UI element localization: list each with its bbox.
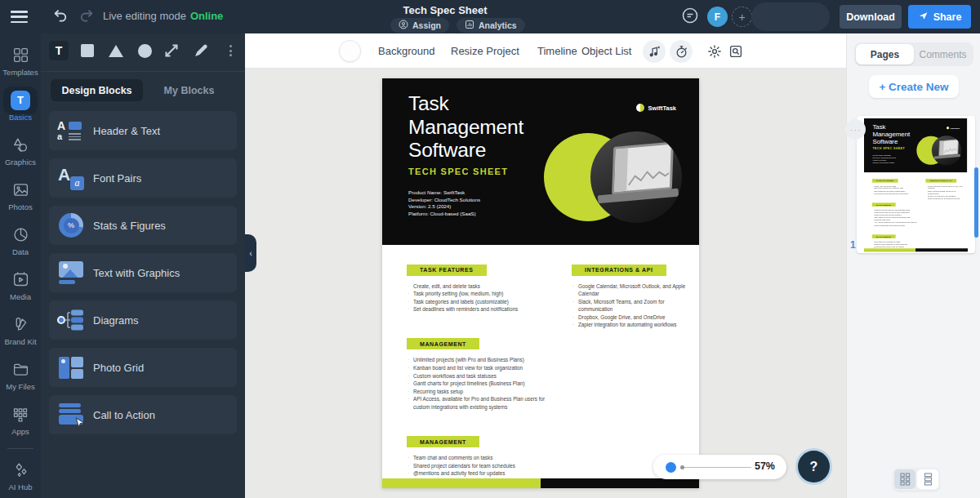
sidebar-item-brand-kit[interactable]: Brand Kit: [0, 308, 41, 353]
tab-my-blocks[interactable]: My Blocks: [143, 79, 235, 101]
design-page[interactable]: SwiftTaskTaskManagementSoftwareTECH SPEC…: [382, 78, 699, 488]
tab-comments[interactable]: Comments: [914, 44, 972, 64]
timeline-button[interactable]: Timeline: [537, 33, 577, 69]
text-tool-button[interactable]: T: [47, 39, 70, 62]
sidebar-item-label: Apps: [11, 427, 29, 436]
tab-pages[interactable]: Pages: [856, 44, 914, 64]
sidebar-item-media[interactable]: Media: [0, 263, 41, 308]
doc-subtitle[interactable]: TECH SPEC SHEET: [408, 167, 508, 176]
sidebar-item-basics[interactable]: TBasics: [0, 83, 41, 128]
circle-shape-button[interactable]: [133, 39, 156, 62]
sidebar-item-photos[interactable]: Photos: [0, 173, 41, 218]
page-options-icon[interactable]: ···: [845, 119, 866, 140]
design-block-call-to-action[interactable]: Call to Action: [49, 395, 237, 434]
design-block-font-pairs[interactable]: AaFont Pairs: [49, 158, 237, 198]
user-avatar[interactable]: F: [707, 7, 728, 27]
draw-tool-button[interactable]: [189, 39, 212, 62]
sidebar-item-ai-hub[interactable]: AI Hub: [0, 453, 41, 498]
call-to-action-icon: [49, 403, 93, 426]
my-files-icon: [12, 360, 29, 380]
help-button[interactable]: ?: [798, 451, 830, 482]
background-color-swatch[interactable]: [339, 40, 361, 62]
sidebar-item-templates[interactable]: Templates: [0, 38, 41, 83]
photo-grid-icon: [49, 357, 93, 379]
design-block-header-text[interactable]: AaHeader & Text: [49, 111, 237, 150]
redo-icon[interactable]: [78, 7, 95, 27]
object-list-button[interactable]: Object List: [581, 33, 631, 69]
analytics-button[interactable]: Analytics: [457, 18, 525, 33]
page-thumbnail[interactable]: SwiftTaskTaskManagementSoftwareTECH SPEC…: [857, 116, 975, 253]
basics-icon: T: [11, 91, 30, 110]
list-view-button[interactable]: [917, 469, 938, 489]
canvas-area[interactable]: ‹ SwiftTaskTaskManagementSoftwareTECH SP…: [245, 69, 846, 498]
section-heading[interactable]: INTEGRATIONS & API: [572, 265, 666, 276]
design-block-photo-grid[interactable]: Photo Grid: [49, 348, 237, 387]
tab-design-blocks[interactable]: Design Blocks: [51, 79, 143, 101]
add-music-icon[interactable]: [643, 40, 666, 63]
doc-column-left: TASK FEATURESCreate, edit, and delete ta…: [872, 177, 920, 253]
doc-header: SwiftTaskTaskManagementSoftwareTECH SPEC…: [864, 118, 967, 172]
download-button[interactable]: Download: [840, 5, 902, 29]
sidebar-divider: [7, 448, 33, 449]
undo-icon[interactable]: [52, 7, 69, 27]
section-bullets[interactable]: Google Calendar, Microsoft Outlook, and …: [572, 282, 686, 330]
timer-icon[interactable]: [670, 40, 693, 63]
product-photo: [932, 136, 961, 165]
sidebar-item-my-files[interactable]: My Files: [0, 353, 41, 398]
blocks-tabs: Design BlocksMy Blocks: [51, 79, 235, 101]
topbar: Live editing modeOnline Tech Spec Sheet …: [0, 0, 980, 33]
design-block-diagrams[interactable]: Diagrams: [49, 300, 237, 340]
pages-tabs: PagesComments: [854, 42, 973, 66]
zoom-slider-track[interactable]: [681, 467, 751, 469]
photos-icon: [12, 180, 29, 200]
comments-icon[interactable]: [680, 6, 702, 27]
section-heading: MANAGEMENT: [872, 202, 896, 207]
section-heading[interactable]: TASK FEATURES: [407, 265, 487, 276]
sidebar-item-apps[interactable]: Apps: [0, 398, 41, 442]
design-blocks-list: AaHeader & TextAaFont Pairs%Stats & Figu…: [49, 111, 237, 434]
pages-scrollbar[interactable]: [974, 167, 978, 238]
zoom-slider-handle[interactable]: [666, 462, 676, 473]
page-thumbnail-preview: SwiftTaskTaskManagementSoftwareTECH SPEC…: [864, 118, 967, 251]
line-tool-button[interactable]: [160, 39, 183, 62]
brand-logo: SwiftTask: [636, 104, 676, 112]
brand-kit-icon: [12, 315, 29, 335]
doc-column-left: TASK FEATURESCreate, edit, and delete ta…: [407, 260, 555, 498]
doc-meta: Product Name: SwiftTaskDeveloper: CloudT…: [872, 154, 896, 163]
preview-frame-icon[interactable]: [728, 44, 743, 59]
brand-name: SwiftTask: [648, 104, 676, 112]
add-collaborator-button[interactable]: +: [732, 7, 752, 27]
share-button[interactable]: Share: [908, 5, 971, 29]
assign-button[interactable]: Assign: [390, 18, 449, 33]
stats-figures-icon: %: [49, 213, 93, 238]
create-new-page-button[interactable]: + Create New: [869, 75, 959, 98]
menu-icon[interactable]: [11, 11, 28, 23]
doc-column-right: INTEGRATIONS & APIGoogle Calendar, Micro…: [925, 177, 963, 207]
panel-collapse-chevron-icon[interactable]: ‹: [245, 234, 256, 272]
grid-view-button[interactable]: [894, 469, 915, 489]
section-heading[interactable]: MANAGEMENT: [407, 338, 479, 349]
settings-gear-icon[interactable]: [707, 44, 722, 59]
section-heading[interactable]: MANAGEMENT: [407, 436, 479, 447]
square-shape-button[interactable]: [76, 39, 99, 62]
doc-title[interactable]: TaskManagementSoftware: [408, 92, 523, 162]
section-bullets[interactable]: Team chat and comments on tasksShared pr…: [407, 454, 555, 478]
design-block-label: Text with Graphics: [93, 267, 180, 279]
design-block-stats-figures[interactable]: %Stats & Figures: [49, 206, 237, 245]
section-heading: INTEGRATIONS & API: [925, 179, 956, 183]
sidebar-item-label: My Files: [6, 382, 34, 391]
more-tools-button[interactable]: [219, 39, 242, 62]
sidebar-item-data[interactable]: Data: [0, 218, 41, 263]
sidebar-item-graphics[interactable]: Graphics: [0, 128, 41, 173]
project-title[interactable]: Tech Spec Sheet: [376, 4, 514, 16]
design-block-text-with-graphics[interactable]: Text with Graphics: [49, 253, 237, 292]
resize-project-button[interactable]: Resize Project: [451, 33, 519, 69]
section-bullets[interactable]: Unlimited projects (with Pro and Busines…: [407, 356, 555, 411]
triangle-shape-button[interactable]: [105, 39, 127, 62]
background-button[interactable]: Background: [378, 33, 434, 69]
design-block-label: Stats & Figures: [93, 220, 166, 232]
section-bullets[interactable]: Create, edit, and delete tasksTask prior…: [407, 282, 555, 313]
doc-meta[interactable]: Product Name: SwiftTaskDeveloper: CloudT…: [408, 189, 480, 217]
doc-footer: [864, 248, 967, 251]
app-window: Live editing modeOnline Tech Spec Sheet …: [0, 0, 980, 498]
